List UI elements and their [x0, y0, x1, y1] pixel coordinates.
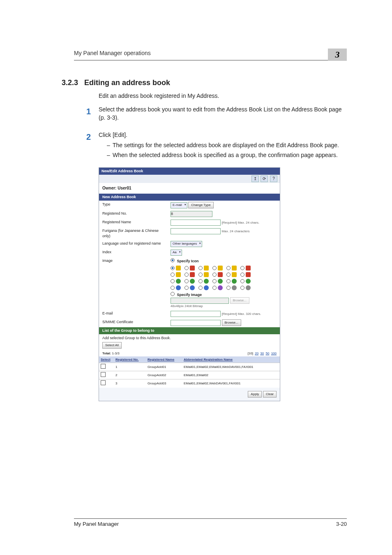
step-text: Click [Edit]. [99, 131, 347, 139]
step-2: 2 Click [Edit]. The settings for the sel… [86, 131, 347, 161]
chapter-badge: 3 [328, 49, 347, 61]
figure-window-title: New/Edit Address Book [99, 168, 280, 175]
icon-option[interactable] [184, 266, 197, 271]
icon-option[interactable] [198, 285, 211, 290]
smime-label: S/MIME Certificate [99, 318, 167, 327]
pager-current: [10] [248, 352, 253, 355]
icon-option[interactable] [198, 279, 211, 284]
cell-regno: 2 [114, 371, 146, 379]
total-value: 1-3/3 [112, 352, 119, 355]
section-heading: 3.2.3 Editing an address book [62, 78, 347, 88]
cell-regname: GroupAdd03 [146, 379, 182, 388]
step-number: 2 [86, 131, 99, 161]
icon-option[interactable] [171, 285, 183, 290]
furigana-label: Furigana (for Japanese & Chinese only) [99, 227, 167, 240]
icon-option[interactable] [184, 279, 197, 284]
icon-option[interactable] [171, 279, 183, 284]
specify-icon-label: Specify Icon [177, 259, 199, 263]
cell-regno: 1 [114, 363, 146, 371]
registered-name-input[interactable] [171, 220, 221, 226]
col-select[interactable]: Select [99, 356, 114, 363]
table-row: 2 GroupAdd02 EMail01,EMail02 [99, 371, 280, 379]
icon-grid [171, 264, 277, 292]
change-type-button[interactable]: Change Type [188, 202, 213, 208]
row-checkbox[interactable] [101, 380, 106, 385]
row-checkbox[interactable] [101, 372, 106, 377]
icon-option[interactable] [198, 272, 211, 277]
row-checkbox[interactable] [101, 364, 106, 369]
cell-abbrev: EMail01,EMail02,WebDAV001,FAX001 [182, 379, 280, 388]
email-label: E-mail [99, 310, 167, 318]
toolbar-refresh-icon[interactable]: ⟳ [261, 176, 268, 182]
image-path-input[interactable] [171, 298, 229, 304]
section-title: Editing an address book [84, 79, 170, 87]
section-intro: Edit an address book registered in My Ad… [99, 92, 347, 100]
col-registered-no[interactable]: Registered No. [114, 356, 146, 363]
clear-button[interactable]: Clear [263, 391, 277, 398]
icon-option[interactable] [226, 285, 239, 290]
cell-regname: GroupAdd01 [146, 363, 182, 371]
pager-link[interactable]: 20 [255, 352, 258, 355]
type-label: Type [99, 201, 167, 210]
registered-no-input[interactable]: 8 [171, 211, 212, 217]
smime-browse-button[interactable]: Browse... [222, 319, 241, 326]
toolbar-up-icon[interactable]: ↥ [251, 176, 259, 182]
panel-new-address-book: New Address Book [99, 194, 280, 201]
step-subitem: When the selected address book is specif… [107, 151, 347, 160]
email-hint: [Required] Max. 320 chars. [222, 312, 261, 316]
index-select[interactable]: Aa [171, 250, 182, 256]
furigana-input[interactable] [171, 228, 221, 234]
icon-option[interactable] [184, 272, 197, 277]
icon-option[interactable] [212, 272, 225, 277]
icon-option[interactable] [171, 266, 183, 271]
owner-label: Owner: User01 [99, 183, 280, 194]
toolbar-help-icon[interactable]: ? [270, 176, 277, 182]
registered-no-label: Registered No. [99, 210, 167, 218]
icon-option[interactable] [240, 279, 253, 284]
apply-button[interactable]: Apply [248, 391, 262, 398]
icon-option[interactable] [226, 266, 239, 271]
image-hint: 48x48pix 24bit Bitmap [171, 304, 277, 308]
specify-icon-radio[interactable] [171, 258, 175, 262]
pager-link[interactable]: 50 [266, 352, 270, 355]
icon-option[interactable] [184, 285, 197, 290]
icon-option[interactable] [171, 272, 183, 277]
icon-option[interactable] [198, 266, 211, 271]
figure-toolbar: ↥ ⟳ ? [99, 175, 280, 183]
icon-option[interactable] [240, 285, 253, 290]
icon-option[interactable] [240, 272, 253, 277]
icon-option[interactable] [212, 279, 225, 284]
table-row: 3 GroupAdd03 EMail01,EMail02,WebDAV001,F… [99, 379, 280, 388]
registered-name-hint: [Required] Max. 24 chars. [222, 221, 260, 224]
type-select[interactable]: E-mail [171, 202, 187, 208]
step-subitem: The settings for the selected address bo… [107, 141, 347, 150]
figure-edit-address-book: New/Edit Address Book ↥ ⟳ ? Owner: User0… [99, 167, 280, 401]
table-row: 1 GroupAdd01 EMail01,EMail02,EMail03,Web… [99, 363, 280, 371]
image-label: Image [99, 257, 167, 310]
specify-image-label: Specify Image [177, 293, 202, 297]
header-rule [74, 60, 347, 60]
cell-abbrev: EMail01,EMail02,EMail03,WebDAV001,FAX001 [182, 363, 280, 371]
smime-input[interactable] [171, 320, 221, 326]
browse-button[interactable]: Browse... [230, 297, 249, 304]
icon-option[interactable] [212, 266, 225, 271]
icon-option[interactable] [226, 279, 239, 284]
icon-option[interactable] [240, 266, 253, 271]
furigana-hint: Max. 24 characters [222, 229, 250, 233]
pager-link[interactable]: 30 [260, 352, 264, 355]
footer-left: My Panel Manager [74, 520, 119, 528]
language-select[interactable]: Other languages [171, 241, 202, 247]
select-all-button[interactable]: Select All [102, 342, 122, 349]
footer-page-number: 3-20 [336, 520, 347, 528]
specify-image-radio[interactable] [171, 292, 175, 296]
icon-option[interactable] [226, 272, 239, 277]
col-abbrev[interactable]: Abbreviated Registration Name [182, 356, 280, 363]
icon-option[interactable] [212, 285, 225, 290]
pager-link[interactable]: 100 [271, 352, 277, 355]
cell-regname: GroupAdd02 [146, 371, 182, 379]
col-registered-name[interactable]: Registered Name [146, 356, 182, 363]
total-label: Total: [102, 352, 111, 355]
email-input[interactable] [171, 311, 221, 317]
step-number: 1 [86, 106, 99, 124]
language-label: Language used for registered name [99, 240, 167, 248]
